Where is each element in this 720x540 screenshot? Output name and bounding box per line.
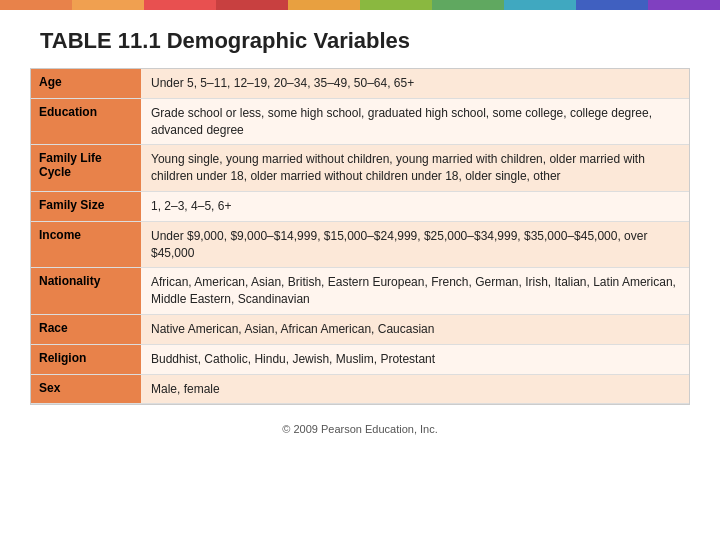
value-cell: Male, female (141, 374, 689, 404)
label-cell: Religion (31, 344, 141, 374)
value-cell: African, American, Asian, British, Easte… (141, 268, 689, 315)
label-cell: Age (31, 69, 141, 98)
table-row: EducationGrade school or less, some high… (31, 98, 689, 145)
value-cell: Buddhist, Catholic, Hindu, Jewish, Musli… (141, 344, 689, 374)
label-cell: Family Size (31, 191, 141, 221)
label-cell: Nationality (31, 268, 141, 315)
table-row: AgeUnder 5, 5–11, 12–19, 20–34, 35–49, 5… (31, 69, 689, 98)
value-cell: Grade school or less, some high school, … (141, 98, 689, 145)
table-row: SexMale, female (31, 374, 689, 404)
top-bar-segment-4 (288, 0, 360, 10)
label-cell: Education (31, 98, 141, 145)
top-bar-segment-5 (360, 0, 432, 10)
value-cell: 1, 2–3, 4–5, 6+ (141, 191, 689, 221)
label-cell: Sex (31, 374, 141, 404)
value-cell: Native American, Asian, African American… (141, 314, 689, 344)
top-bar-segment-6 (432, 0, 504, 10)
label-cell: Race (31, 314, 141, 344)
top-bar-segment-2 (144, 0, 216, 10)
table-row: NationalityAfrican, American, Asian, Bri… (31, 268, 689, 315)
top-bar-segment-0 (0, 0, 72, 10)
table-row: ReligionBuddhist, Catholic, Hindu, Jewis… (31, 344, 689, 374)
table-row: Family Size1, 2–3, 4–5, 6+ (31, 191, 689, 221)
top-bar-segment-3 (216, 0, 288, 10)
table-row: Family Life CycleYoung single, young mar… (31, 145, 689, 192)
table-row: RaceNative American, Asian, African Amer… (31, 314, 689, 344)
label-cell: Family Life Cycle (31, 145, 141, 192)
table-container: AgeUnder 5, 5–11, 12–19, 20–34, 35–49, 5… (30, 68, 690, 405)
value-cell: Young single, young married without chil… (141, 145, 689, 192)
top-bar-segment-7 (504, 0, 576, 10)
demographic-table: AgeUnder 5, 5–11, 12–19, 20–34, 35–49, 5… (31, 69, 689, 404)
top-bar-segment-1 (72, 0, 144, 10)
top-bar-segment-9 (648, 0, 720, 10)
value-cell: Under $9,000, $9,000–$14,999, $15,000–$2… (141, 221, 689, 268)
value-cell: Under 5, 5–11, 12–19, 20–34, 35–49, 50–6… (141, 69, 689, 98)
footer: © 2009 Pearson Education, Inc. (0, 423, 720, 435)
top-bar-segment-8 (576, 0, 648, 10)
label-cell: Income (31, 221, 141, 268)
page-title: TABLE 11.1 Demographic Variables (0, 10, 720, 68)
table-row: IncomeUnder $9,000, $9,000–$14,999, $15,… (31, 221, 689, 268)
top-bar (0, 0, 720, 10)
